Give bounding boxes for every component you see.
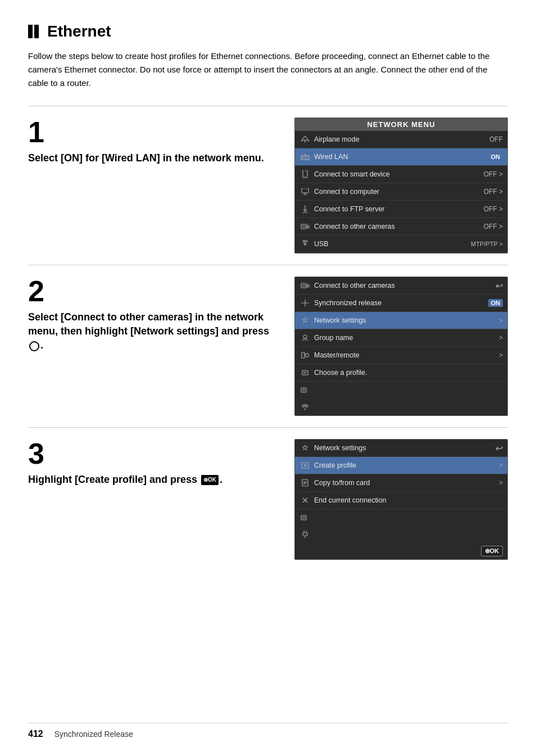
- menu-3-empty1: [295, 509, 507, 526]
- intro-text: Follow the steps below to create host pr…: [28, 49, 508, 90]
- master-remote-label: Master/remote: [314, 351, 497, 359]
- ok-press-icon: ⊛OK: [201, 475, 219, 485]
- ftp-value: OFF >: [484, 205, 503, 213]
- usb-value: MTP/PTP >: [471, 241, 503, 247]
- back-arrow-icon: ↩: [496, 280, 503, 291]
- other-cameras-value: OFF >: [484, 223, 503, 230]
- net-settings-value: >: [499, 316, 503, 324]
- end-conn-icon: [299, 495, 311, 506]
- cameras2-label: Connect to other cameras: [314, 282, 496, 289]
- menu-3-header: Network settings ↩: [295, 440, 507, 457]
- svg-point-27: [303, 335, 307, 338]
- airplane-label: Airplane mode: [314, 135, 487, 143]
- step-1-section: 1 Select [ON] for [Wired LAN] in the net…: [28, 106, 508, 265]
- circle-press-icon: [29, 341, 39, 351]
- menu-2-sync: Synchronized release ON: [295, 295, 507, 312]
- svg-rect-9: [302, 188, 308, 193]
- page-title: Ethernet: [47, 22, 111, 40]
- ftp-icon: [299, 203, 311, 215]
- menu-2-network-settings: Network settings >: [295, 312, 507, 329]
- menu-item-wired-lan: Wired LAN ON: [295, 148, 507, 166]
- step-3-instruction: Highlight [Create profile] and press ⊛OK…: [28, 473, 275, 487]
- end-conn-label: End current connection: [314, 496, 503, 504]
- svg-rect-21: [301, 283, 306, 288]
- step-1-camera-screen: NETWORK MENU Airplane mode OFF: [294, 117, 508, 253]
- wired-lan-label: Wired LAN: [314, 153, 486, 161]
- page-title-row: Ethernet: [28, 22, 508, 40]
- svg-rect-23: [307, 284, 309, 287]
- screen-2-menu: Connect to other cameras ↩ Synchronized …: [295, 277, 507, 415]
- step-2-camera-screen: Connect to other cameras ↩ Synchronized …: [294, 277, 508, 416]
- menu-3-end-connection: End current connection: [295, 492, 507, 509]
- step-2-instruction: Select [Connect to other cameras] in the…: [28, 310, 275, 353]
- create-profile-value: >: [499, 461, 503, 469]
- step-3-camera-screen: Network settings ↩ Create profile >: [294, 439, 508, 560]
- choose-profile-label: Choose a profile.: [314, 369, 503, 377]
- menu-3-empty2: [295, 526, 507, 543]
- svg-point-22: [303, 284, 305, 287]
- svg-rect-16: [307, 225, 309, 228]
- group-name-icon: [299, 332, 311, 343]
- footer-title: Synchronized Release: [54, 730, 133, 739]
- airplane-icon: [299, 134, 311, 145]
- step-3-left: 3 Highlight [Create profile] and press ⊛…: [28, 439, 281, 487]
- smart-label: Connect to smart device: [314, 170, 482, 178]
- wifi2-icon: [299, 401, 311, 413]
- step-1-number: 1: [28, 117, 275, 147]
- menu-2-header: Connect to other cameras ↩: [295, 277, 507, 295]
- menu-2-choose-profile: Choose a profile.: [295, 364, 507, 382]
- menu-2-empty2: [295, 399, 507, 415]
- wired-lan-value: ON: [488, 153, 503, 161]
- svg-point-34: [303, 389, 305, 391]
- menu-3-copy-card: Copy to/from card >: [295, 474, 507, 492]
- screen-1-menu: Airplane mode OFF Wired LAN ON: [295, 131, 507, 253]
- svg-point-15: [303, 225, 305, 228]
- other-cameras-icon: [299, 221, 311, 232]
- ethernet-icon: [28, 25, 40, 38]
- svg-rect-33: [301, 388, 306, 392]
- menu-3-empty3: ⊛OK: [295, 543, 507, 559]
- step-2-screen: Connect to other cameras ↩ Synchronized …: [294, 277, 508, 416]
- create-profile-icon: [299, 460, 311, 471]
- back-arrow2-icon: ↩: [496, 443, 503, 454]
- sync-value: ON: [488, 299, 503, 307]
- airplane-value: OFF: [489, 135, 503, 143]
- create-profile-label: Create profile: [314, 461, 497, 469]
- wired-lan-icon: [299, 151, 311, 162]
- svg-rect-45: [301, 515, 306, 520]
- menu-item-smart: Connect to smart device OFF >: [295, 166, 507, 183]
- svg-point-17: [307, 227, 308, 228]
- step-3-screen: Network settings ↩ Create profile >: [294, 439, 508, 560]
- cameras2-icon: [299, 280, 311, 291]
- step-3-section: 3 Highlight [Create profile] and press ⊛…: [28, 427, 508, 571]
- svg-point-35: [305, 409, 306, 410]
- step-2-number: 2: [28, 277, 275, 306]
- choose-profile-icon: [299, 367, 311, 378]
- menu-2-master-remote: Master/remote >: [295, 347, 507, 364]
- svg-point-20: [306, 241, 307, 242]
- sync-icon: [299, 297, 311, 309]
- computer-icon: [299, 186, 311, 197]
- computer-label: Connect to computer: [314, 188, 482, 196]
- screen-3-menu: Network settings ↩ Create profile >: [295, 440, 507, 559]
- smart-icon: [299, 169, 311, 180]
- cam3-icon: [299, 512, 311, 523]
- sync-label: Synchronized release: [314, 299, 486, 307]
- page-content: Ethernet Follow the steps below to creat…: [0, 0, 536, 594]
- page-footer: 412 Synchronized Release: [28, 723, 508, 739]
- computer-value: OFF >: [484, 188, 503, 196]
- ftp-label: Connect to FTP server: [314, 205, 482, 213]
- menu-item-computer: Connect to computer OFF >: [295, 183, 507, 201]
- step-1-left: 1 Select [ON] for [Wired LAN] in the net…: [28, 117, 281, 165]
- usb-icon: [299, 238, 311, 250]
- screen-1-title: NETWORK MENU: [295, 118, 507, 131]
- step-3-number: 3: [28, 439, 275, 468]
- step-2-left: 2 Select [Connect to other cameras] in t…: [28, 277, 281, 353]
- usb-label: USB: [314, 240, 469, 248]
- menu-item-other-cameras: Connect to other cameras OFF >: [295, 218, 507, 236]
- svg-point-46: [303, 517, 305, 519]
- smart-value: OFF >: [484, 170, 503, 178]
- step-1-instruction: Select [ON] for [Wired LAN] in the netwo…: [28, 151, 275, 165]
- plug3-icon: [299, 529, 311, 540]
- other-cameras-label: Connect to other cameras: [314, 223, 482, 230]
